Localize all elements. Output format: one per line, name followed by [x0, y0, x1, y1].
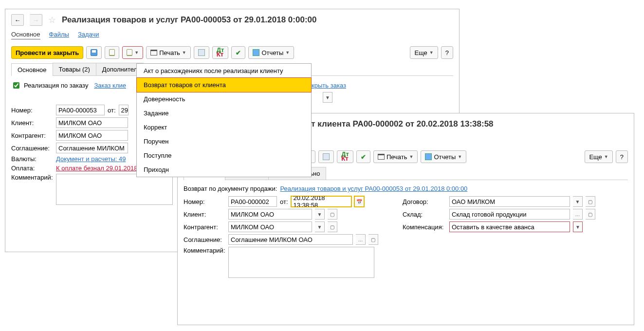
compensation-input[interactable]: Оставить в качестве аванса: [449, 221, 570, 232]
date-label: от:: [108, 107, 116, 114]
return-label: Возврат по документу продажи:: [184, 185, 277, 192]
list-button-2[interactable]: [318, 150, 334, 163]
back-button[interactable]: ←: [11, 14, 24, 26]
menu-item-return[interactable]: Возврат товаров от клиента: [136, 77, 312, 92]
client-input[interactable]: МИЛКОМ ОАО: [56, 117, 128, 128]
comment-input[interactable]: [56, 174, 173, 205]
order-label: Реализация по заказу: [24, 82, 88, 89]
comment-input-2[interactable]: [228, 247, 374, 278]
help-button-2[interactable]: ?: [616, 150, 628, 163]
create-based-on-menu: Акт о расхождениях после реализации клие…: [136, 63, 312, 177]
reports-button-2[interactable]: Отчеты▼: [421, 150, 466, 163]
more-button-2[interactable]: Еще▼: [585, 150, 612, 163]
dtkt-button-2[interactable]: ДтКт: [337, 150, 353, 163]
create-icon: [127, 49, 132, 56]
window-title: Реализация товаров и услуг РА00-000053 о…: [62, 15, 316, 25]
contragent-input-2[interactable]: МИЛКОМ ОАО: [228, 221, 312, 232]
client-dd[interactable]: ▼: [315, 209, 325, 220]
tab-goods[interactable]: Товары (2): [53, 63, 96, 75]
menu-item-order[interactable]: Поручен: [137, 134, 311, 148]
order-link[interactable]: Заказ клие: [94, 82, 126, 89]
number-label-2: Номер:: [184, 198, 225, 205]
nav-files[interactable]: Файлы: [49, 31, 69, 39]
list-icon: [198, 49, 205, 56]
post-and-close-button[interactable]: Провести и закрыть: [11, 46, 83, 59]
agreement-label-2: Соглашение:: [184, 236, 225, 243]
help-button[interactable]: ?: [441, 46, 453, 59]
payment-label: Оплата:: [11, 165, 53, 172]
menu-item-poa[interactable]: Доверенность: [137, 92, 311, 106]
client-input-2[interactable]: МИЛКОМ ОАО: [228, 209, 312, 220]
menu-item-act[interactable]: Акт о расхождениях после реализации клие…: [137, 64, 311, 78]
post-icon: [109, 49, 115, 56]
return-link[interactable]: Реализация товаров и услуг РА00-000053 о…: [280, 185, 467, 192]
contragent-label: Контрагент:: [11, 132, 53, 139]
reports-label: Отчеты: [261, 49, 283, 56]
print-button[interactable]: Печать▼: [146, 46, 191, 59]
date-input-2[interactable]: 20.02.2018 13:38:58: [291, 196, 351, 207]
date-input[interactable]: 29: [119, 105, 129, 115]
reports-button[interactable]: Отчеты▼: [248, 46, 294, 59]
contract-input[interactable]: ОАО МИЛКОМ: [449, 196, 570, 207]
check-icon: ✔: [236, 49, 241, 56]
more-label: Еще: [414, 49, 427, 56]
menu-item-correct[interactable]: Коррект: [137, 120, 311, 134]
dtkt-button[interactable]: ДтКт: [212, 46, 229, 59]
compensation-dd[interactable]: ▼: [573, 221, 583, 232]
agreement-open[interactable]: ▢: [368, 234, 378, 245]
print-icon: [378, 154, 385, 160]
save-icon: [91, 49, 97, 56]
contragent-open[interactable]: ▢: [328, 221, 337, 232]
approve-button[interactable]: ✔: [231, 46, 245, 59]
currency-label: Валюты:: [11, 155, 53, 163]
number-input[interactable]: РА00-000053: [56, 105, 105, 115]
number-input-2[interactable]: РА00-000002: [228, 196, 277, 207]
agreement-input[interactable]: Соглашение МИЛКОМ: [56, 143, 128, 153]
create-based-on-button[interactable]: ▼: [122, 46, 143, 59]
menu-item-income[interactable]: Приходн: [137, 163, 311, 177]
agreement-more[interactable]: …: [356, 234, 366, 245]
number-label: Номер:: [11, 107, 53, 114]
currency-link[interactable]: Документ и расчеты: 49: [56, 155, 126, 163]
nav-tasks[interactable]: Задачи: [78, 31, 99, 39]
client-open[interactable]: ▢: [328, 209, 337, 220]
calendar-button[interactable]: 📅: [354, 196, 364, 207]
contragent-dd[interactable]: ▼: [315, 221, 325, 232]
more-label-2: Еще: [589, 153, 602, 161]
more-button[interactable]: Еще▼: [410, 46, 438, 59]
comment-label-2: Комментарий:: [184, 247, 225, 254]
warehouse-input[interactable]: Склад готовой продукции: [449, 209, 570, 220]
dtkt-icon: ДтКт: [341, 152, 349, 161]
chart-icon: [253, 49, 259, 56]
warehouse-open[interactable]: ▢: [586, 209, 595, 220]
save-button[interactable]: [86, 46, 102, 59]
approve-button-2[interactable]: ✔: [356, 150, 370, 163]
print-button-2[interactable]: Печать▼: [373, 150, 418, 163]
contract-open[interactable]: ▢: [586, 196, 595, 207]
ext-button[interactable]: ▼: [323, 92, 332, 103]
order-checkbox[interactable]: [13, 82, 19, 89]
print-label-2: Печать: [386, 153, 407, 161]
tab-main[interactable]: Основное: [11, 63, 53, 76]
nav-main[interactable]: Основное: [11, 31, 40, 39]
contract-dd[interactable]: ▼: [573, 196, 583, 207]
star-icon[interactable]: ☆: [48, 15, 56, 25]
client-label-2: Клиент:: [184, 211, 225, 218]
agreement-label: Соглашение:: [11, 145, 53, 152]
agreement-input-2[interactable]: Соглашение МИЛКОМ ОАО: [228, 234, 353, 245]
menu-item-receipt[interactable]: Поступле: [137, 148, 311, 163]
compensation-label: Компенсация:: [403, 223, 446, 231]
contract-label: Договор:: [403, 198, 446, 205]
dtkt-icon: ДтКт: [217, 48, 224, 57]
contragent-input[interactable]: МИЛКОМ ОАО: [56, 130, 128, 141]
list-button[interactable]: [194, 46, 209, 59]
forward-button[interactable]: →: [30, 14, 42, 26]
reports-label-2: Отчеты: [434, 153, 456, 161]
menu-item-task[interactable]: Задание: [137, 106, 311, 120]
date-label-2: от:: [280, 198, 288, 205]
list-icon: [323, 153, 330, 160]
chart-icon: [425, 153, 432, 160]
post-button[interactable]: [105, 46, 119, 59]
contragent-label-2: Контрагент:: [184, 223, 225, 231]
warehouse-more[interactable]: …: [573, 209, 583, 220]
